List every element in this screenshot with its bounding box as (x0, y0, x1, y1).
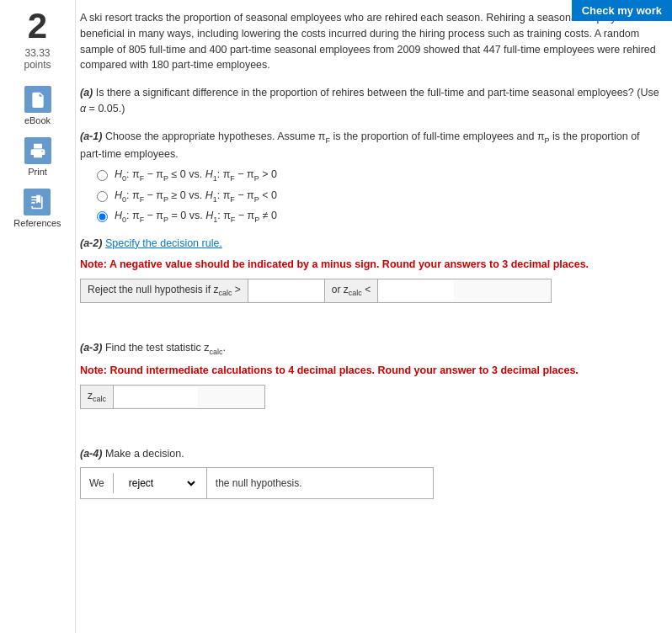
points-value: 33.33 (24, 47, 50, 59)
spacer-2 (80, 421, 664, 446)
points-label: 33.33 points (24, 47, 51, 71)
part-a2-label: (a-2) (80, 237, 102, 249)
hypothesis-option-1[interactable]: H0: πF − πP ≤ 0 vs. H1: πF − πP > 0 (97, 168, 664, 183)
decision-row: We reject fail to reject the null hypoth… (80, 467, 434, 499)
decision-suffix: the null hypothesis. (207, 473, 311, 493)
sidebar-item-print[interactable]: Print (24, 137, 51, 177)
decision-rule-label: Reject the null hypothesis if zcalc > (81, 279, 248, 301)
hypothesis-options: H0: πF − πP ≤ 0 vs. H1: πF − πP > 0 H0: … (97, 168, 664, 224)
ebook-icon (24, 86, 51, 113)
part-a4-text: (a-4) Make a decision. (80, 446, 664, 462)
part-a4-heading: Make a decision. (105, 448, 184, 460)
part-a2-heading: Specify the decision rule. (105, 237, 222, 249)
decision-select[interactable]: reject fail to reject (122, 472, 198, 494)
print-label: Print (28, 167, 47, 177)
part-a3: (a-3) Find the test statistic zcalc. Not… (80, 340, 664, 409)
print-icon (24, 137, 51, 164)
check-my-work-label: Check my work (582, 4, 662, 17)
hypothesis-option-1-text: H0: πF − πP ≤ 0 vs. H1: πF − πP > 0 (115, 168, 277, 183)
part-a-label: (a) (80, 87, 93, 98)
part-a: (a) Is there a significant difference in… (80, 85, 664, 117)
question-number: 2 (28, 8, 47, 44)
ebook-label: eBook (24, 115, 51, 125)
part-a2-note: Note: A negative value should be indicat… (80, 257, 664, 273)
part-a1-text: (a-1) Choose the appropriate hypotheses.… (80, 129, 664, 162)
part-a1: (a-1) Choose the appropriate hypotheses.… (80, 129, 664, 224)
decision-we-label: We (81, 473, 114, 493)
decision-rule-container: Reject the null hypothesis if zcalc > or… (80, 279, 552, 302)
part-a3-heading: Find the test statistic zcalc. (105, 342, 226, 354)
hypothesis-radio-2[interactable] (97, 191, 108, 202)
decision-rule-input-2[interactable] (378, 280, 454, 301)
part-a4-label: (a-4) (80, 448, 102, 460)
hypothesis-radio-3[interactable] (97, 211, 108, 222)
decision-rule-input-1[interactable] (248, 280, 324, 301)
hypothesis-option-3[interactable]: H0: πF − πP = 0 vs. H1: πF − πP ≠ 0 (97, 210, 664, 224)
hypothesis-option-2-text: H0: πF − πP ≥ 0 vs. H1: πF − πP < 0 (115, 189, 277, 204)
zcalc-container: zcalc (80, 385, 265, 408)
part-a3-label: (a-3) (80, 342, 102, 354)
decision-rule-or-label: or zcalc < (324, 279, 378, 301)
references-icon (24, 189, 51, 215)
hypothesis-option-2[interactable]: H0: πF − πP ≥ 0 vs. H1: πF − πP < 0 (97, 189, 664, 204)
part-a2-text: (a-2) Specify the decision rule. (80, 236, 664, 252)
references-label: References (13, 218, 61, 228)
hypothesis-radio-1[interactable] (97, 170, 108, 181)
hypothesis-option-3-text: H0: πF − πP = 0 vs. H1: πF − πP ≠ 0 (115, 210, 277, 224)
zcalc-input[interactable] (114, 387, 198, 407)
check-my-work-button[interactable]: Check my work (572, 0, 672, 21)
part-a1-content: Choose the appropriate hypotheses. Assum… (80, 130, 640, 160)
part-a4: (a-4) Make a decision. We reject fail to… (80, 446, 664, 499)
sidebar: 2 33.33 points eBook Print References (0, 0, 76, 633)
sidebar-item-references[interactable]: References (13, 189, 61, 228)
part-a-text: (a) Is there a significant difference in… (80, 85, 664, 117)
zcalc-label: zcalc (81, 386, 114, 407)
points-text: points (24, 59, 51, 71)
part-a1-label: (a-1) (80, 130, 102, 142)
part-a-content: Is there a significant difference in the… (80, 87, 659, 114)
decision-select-cell[interactable]: reject fail to reject (114, 468, 207, 498)
main-content: A ski resort tracks the proportion of se… (80, 0, 664, 536)
part-a3-text: (a-3) Find the test statistic zcalc. (80, 340, 664, 358)
part-a3-note: Note: Round intermediate calculations to… (80, 363, 664, 379)
part-a2: (a-2) Specify the decision rule. Note: A… (80, 236, 664, 303)
sidebar-item-ebook[interactable]: eBook (24, 86, 51, 125)
spacer-1 (80, 315, 664, 340)
